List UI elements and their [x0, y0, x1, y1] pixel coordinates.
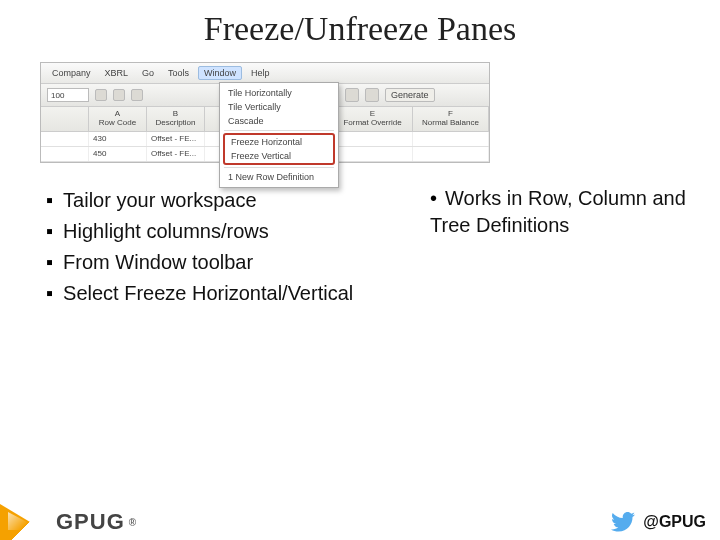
content-area: Tailor your workspace Highlight columns/… — [0, 185, 720, 309]
app-screenshot: Company XBRL Go Tools Window Help 100 Ge… — [40, 62, 490, 163]
menu-cascade[interactable]: Cascade — [220, 114, 338, 128]
col-e: EFormat Override — [333, 107, 413, 131]
menu-bar: Company XBRL Go Tools Window Help — [41, 63, 489, 84]
menu-freeze-horizontal[interactable]: Freeze Horizontal — [225, 135, 333, 149]
toolbar-icon[interactable] — [345, 88, 359, 102]
bold-icon[interactable] — [95, 89, 107, 101]
list-item: Tailor your workspace — [46, 185, 426, 216]
col-f: FNormal Balance — [413, 107, 489, 131]
logo-text: GPUG ® — [56, 509, 137, 535]
col-b: BDescription — [147, 107, 205, 131]
window-dropdown: Tile Horizontally Tile Vertically Cascad… — [219, 82, 339, 188]
registered-mark: ® — [129, 517, 137, 528]
twitter-handle: @GPUG — [643, 513, 706, 531]
menu-help[interactable]: Help — [246, 67, 275, 79]
cell[interactable]: Offset - FE... — [147, 132, 205, 146]
cell[interactable]: Offset - FE... — [147, 147, 205, 161]
menu-xbrl[interactable]: XBRL — [100, 67, 134, 79]
italic-icon[interactable] — [113, 89, 125, 101]
logo-flare-icon — [0, 504, 60, 540]
menu-tools[interactable]: Tools — [163, 67, 194, 79]
col-a: ARow Code — [89, 107, 147, 131]
toolbar-icon[interactable] — [365, 88, 379, 102]
toolbar: 100 Generate Tile Horizontally Tile Vert… — [41, 84, 489, 107]
freeze-highlight: Freeze Horizontal Freeze Vertical — [223, 133, 335, 165]
menu-company[interactable]: Company — [47, 67, 96, 79]
list-item: Highlight columns/rows — [46, 216, 426, 247]
slide-title: Freeze/Unfreeze Panes — [0, 10, 720, 48]
cell[interactable]: 430 — [89, 132, 147, 146]
menu-tile-horizontally[interactable]: Tile Horizontally — [220, 86, 338, 100]
list-item: Select Freeze Horizontal/Vertical — [46, 278, 426, 309]
menu-freeze-vertical[interactable]: Freeze Vertical — [225, 149, 333, 163]
footer: GPUG ® @GPUG — [0, 504, 720, 540]
cell[interactable]: 450 — [89, 147, 147, 161]
menu-tile-vertically[interactable]: Tile Vertically — [220, 100, 338, 114]
bullets-left: Tailor your workspace Highlight columns/… — [46, 185, 426, 309]
footer-logo: GPUG ® — [0, 504, 137, 540]
menu-window[interactable]: Window — [198, 66, 242, 80]
underline-icon[interactable] — [131, 89, 143, 101]
list-item: Works in Row, Column and Tree Definition… — [430, 185, 710, 239]
twitter-icon — [611, 512, 635, 532]
menu-new-row-def[interactable]: 1 New Row Definition — [220, 170, 338, 184]
bullets-right: Works in Row, Column and Tree Definition… — [430, 185, 710, 309]
list-item: From Window toolbar — [46, 247, 426, 278]
footer-right: @GPUG — [611, 512, 706, 532]
zoom-input[interactable]: 100 — [47, 88, 89, 102]
generate-button[interactable]: Generate — [385, 88, 435, 102]
menu-go[interactable]: Go — [137, 67, 159, 79]
col-selector — [41, 107, 89, 131]
